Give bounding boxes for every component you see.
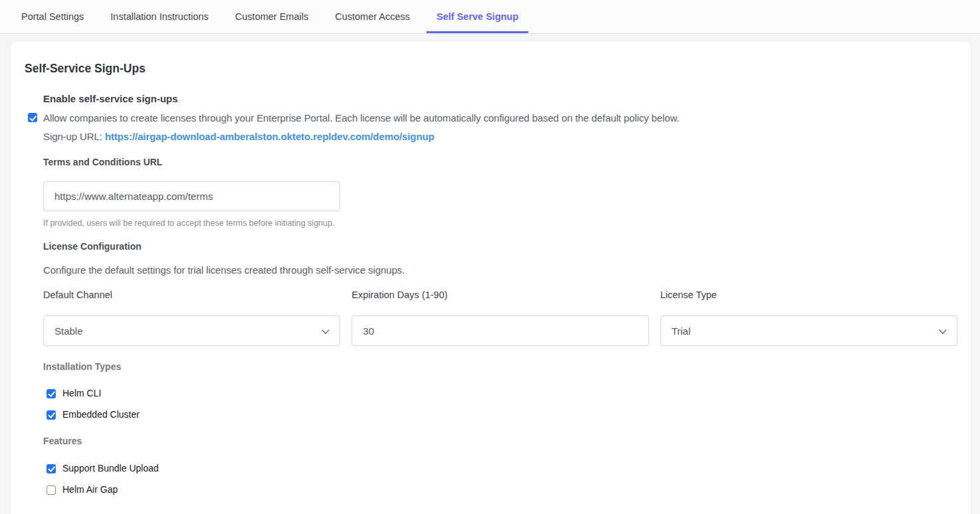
helm-cli-label: Helm CLI [62,388,101,399]
settings-tabbar: Portal Settings Installation Instruction… [0,0,980,34]
embedded-cluster-label: Embedded Cluster [62,409,140,420]
license-type-label: License Type [660,289,957,301]
terms-url-label: Terms and Conditions URL [43,156,957,168]
license-config-fields: Default Channel Stable Expiration Days (… [43,289,957,346]
enable-signups-text: Allow companies to create licenses throu… [43,111,680,144]
terms-url-field [43,181,340,211]
page-title: Self-Service Sign-Ups [25,60,957,76]
enable-signups-row: Allow companies to create licenses throu… [28,111,957,144]
installation-type-row-helm-cli: Helm CLI [47,388,957,399]
expiration-days-input[interactable] [351,315,648,346]
helm-air-gap-checkbox[interactable] [47,485,56,495]
default-channel-control: Stable [43,315,340,346]
signup-url-label: Sign-up URL: [43,131,102,142]
expiration-days-label: Expiration Days (1-90) [351,289,648,301]
terms-url-input[interactable] [43,181,340,211]
default-channel-select[interactable]: Stable [43,315,340,346]
installation-type-row-embedded-cluster: Embedded Cluster [47,409,957,420]
default-channel-field: Default Channel Stable [43,289,340,346]
helm-cli-checkbox[interactable] [47,389,56,398]
signup-url-line: Sign-up URL: https://airgap-download-amb… [43,129,680,144]
license-type-field: License Type Trial [660,289,957,346]
enable-signups-description: Allow companies to create licenses throu… [43,111,680,126]
default-channel-label: Default Channel [43,289,340,301]
tab-portal-settings[interactable]: Portal Settings [11,0,94,33]
expiration-days-field: Expiration Days (1-90) [351,289,648,346]
features-heading: Features [43,435,957,447]
tab-self-serve-signup[interactable]: Self Serve Signup [427,0,528,33]
embedded-cluster-checkbox[interactable] [47,410,56,420]
terms-url-helper: If provided, users will be required to a… [43,218,957,228]
tab-customer-emails[interactable]: Customer Emails [225,0,318,33]
license-type-control: Trial [660,315,957,346]
enable-signups-checkbox[interactable] [28,113,37,122]
signup-url-link[interactable]: https://airgap-download-amberalston.okte… [105,131,435,142]
feature-row-helm-air-gap: Helm Air Gap [47,484,957,495]
self-service-signups-card: Self-Service Sign-Ups Enable self-servic… [11,42,971,514]
license-configuration-heading: License Configuration [43,240,957,252]
support-bundle-upload-label: Support Bundle Upload [62,463,159,474]
feature-row-support-bundle-upload: Support Bundle Upload [47,463,957,474]
tab-installation-instructions[interactable]: Installation Instructions [100,0,219,33]
tab-customer-access[interactable]: Customer Access [325,0,420,33]
enable-signups-heading: Enable self-service sign-ups [43,92,957,106]
license-configuration-description: Configure the default settings for trial… [43,264,957,277]
license-type-select[interactable]: Trial [660,315,957,346]
installation-types-heading: Installation Types [43,361,957,373]
expiration-days-control [351,315,648,346]
support-bundle-upload-checkbox[interactable] [47,464,56,473]
helm-air-gap-label: Helm Air Gap [62,484,118,495]
